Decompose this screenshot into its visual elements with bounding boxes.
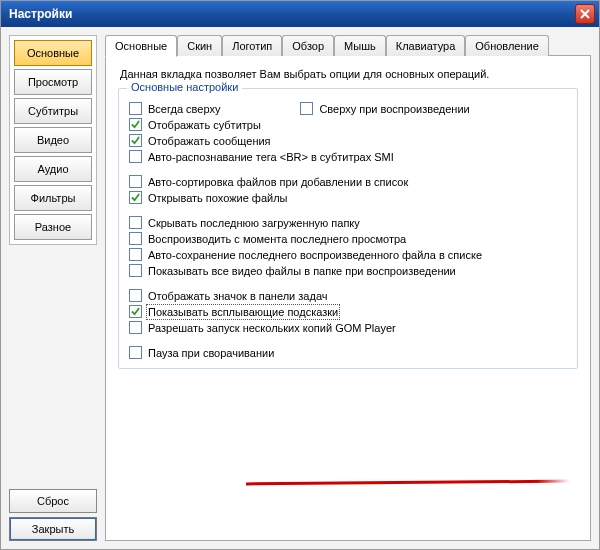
checkbox-label[interactable]: Отображать значок в панели задач <box>148 290 328 302</box>
tab-update[interactable]: Обновление <box>465 35 549 56</box>
checkbox-on-top-playing[interactable] <box>300 102 313 115</box>
sidebar-item-playback[interactable]: Просмотр <box>14 69 92 95</box>
checkbox-resume-playback[interactable] <box>129 232 142 245</box>
checkbox-label[interactable]: Авто-сортировка файлов при добавлении в … <box>148 176 408 188</box>
close-button[interactable] <box>575 4 595 24</box>
intro-text: Данная вкладка позволяет Вам выбрать опц… <box>120 68 578 80</box>
sidebar-panel: Основные Просмотр Субтитры Видео Аудио Ф… <box>9 35 97 245</box>
option-row: Авто-распознавание тега <BR> в субтитрах… <box>129 150 567 163</box>
window-title: Настройки <box>9 7 72 21</box>
checkbox-label[interactable]: Пауза при сворачивании <box>148 347 274 359</box>
checkbox-label[interactable]: Авто-распознавание тега <BR> в субтитрах… <box>148 151 394 163</box>
option-row: Отображать субтитры <box>129 118 567 131</box>
sidebar-item-label: Аудио <box>37 163 68 175</box>
tab-panel-general: Данная вкладка позволяет Вам выбрать опц… <box>105 55 591 541</box>
sidebar-item-audio[interactable]: Аудио <box>14 156 92 182</box>
checkbox-label[interactable]: Показывать всплывающие подсказки <box>148 306 338 318</box>
checkbox-label[interactable]: Воспроизводить с момента последнего прос… <box>148 233 406 245</box>
checkbox-label[interactable]: Показывать все видео файлы в папке при в… <box>148 265 456 277</box>
option-row: Разрешать запуск нескольких копий GOM Pl… <box>129 321 567 334</box>
option-row: Показывать всплывающие подсказки <box>129 305 567 318</box>
option-row: Показывать все видео файлы в папке при в… <box>129 264 567 277</box>
option-row: Отображать значок в панели задач <box>129 289 567 302</box>
group-title: Основные настройки <box>127 81 242 93</box>
tab-skin[interactable]: Скин <box>177 35 222 56</box>
checkbox-hide-last-folder[interactable] <box>129 216 142 229</box>
settings-window: Настройки Основные Просмотр Субтитры Вид… <box>0 0 600 550</box>
sidebar-item-filters[interactable]: Фильтры <box>14 185 92 211</box>
sidebar-item-label: Субтитры <box>28 105 78 117</box>
option-row: Всегда сверху Сверху при воспроизведении <box>129 102 567 115</box>
checkbox-show-messages[interactable] <box>129 134 142 147</box>
sidebar-item-subtitles[interactable]: Субтитры <box>14 98 92 124</box>
checkbox-label[interactable]: Открывать похожие файлы <box>148 192 288 204</box>
sidebar-item-label: Видео <box>37 134 69 146</box>
option-row: Авто-сохранение последнего воспроизведен… <box>129 248 567 261</box>
checkbox-label[interactable]: Сверху при воспроизведении <box>319 103 469 115</box>
checkbox-tooltips[interactable] <box>129 305 142 318</box>
close-icon <box>580 9 590 19</box>
sidebar-item-general[interactable]: Основные <box>14 40 92 66</box>
checkbox-show-subtitles[interactable] <box>129 118 142 131</box>
tab-general[interactable]: Основные <box>105 35 177 57</box>
checkbox-pause-on-minimize[interactable] <box>129 346 142 359</box>
tab-keyboard[interactable]: Клавиатура <box>386 35 466 56</box>
sidebar-item-video[interactable]: Видео <box>14 127 92 153</box>
sidebar-item-label: Просмотр <box>28 76 78 88</box>
checkbox-label[interactable]: Разрешать запуск нескольких копий GOM Pl… <box>148 322 396 334</box>
checkbox-open-similar[interactable] <box>129 191 142 204</box>
tab-logo[interactable]: Логотип <box>222 35 282 56</box>
spacer <box>129 166 567 172</box>
option-row: Авто-сортировка файлов при добавлении в … <box>129 175 567 188</box>
option-row: Отображать сообщения <box>129 134 567 147</box>
checkbox-auto-br-tag[interactable] <box>129 150 142 163</box>
sidebar-bottom: Сброс Закрыть <box>9 481 97 541</box>
main: Основные Скин Логотип Обзор Мышь Клавиат… <box>105 35 591 541</box>
option-row: Открывать похожие файлы <box>129 191 567 204</box>
close-settings-button[interactable]: Закрыть <box>9 517 97 541</box>
reset-button[interactable]: Сброс <box>9 489 97 513</box>
tabstrip: Основные Скин Логотип Обзор Мышь Клавиат… <box>105 35 591 56</box>
option-row: Пауза при сворачивании <box>129 346 567 359</box>
option-row: Скрывать последнюю загруженную папку <box>129 216 567 229</box>
spacer <box>129 207 567 213</box>
spacer <box>129 337 567 343</box>
checkbox-label[interactable]: Отображать субтитры <box>148 119 261 131</box>
sidebar: Основные Просмотр Субтитры Видео Аудио Ф… <box>9 35 97 541</box>
checkbox-multiple-instances[interactable] <box>129 321 142 334</box>
checkbox-label[interactable]: Скрывать последнюю загруженную папку <box>148 217 360 229</box>
titlebar: Настройки <box>1 1 599 27</box>
checkbox-always-on-top[interactable] <box>129 102 142 115</box>
option-row: Воспроизводить с момента последнего прос… <box>129 232 567 245</box>
sidebar-item-label: Фильтры <box>31 192 76 204</box>
sidebar-item-misc[interactable]: Разное <box>14 214 92 240</box>
checkbox-label[interactable]: Всегда сверху <box>148 103 220 115</box>
tab-mouse[interactable]: Мышь <box>334 35 386 56</box>
spacer <box>129 280 567 286</box>
checkbox-show-folder-videos[interactable] <box>129 264 142 277</box>
sidebar-item-label: Разное <box>35 221 71 233</box>
annotation-underline <box>246 480 570 486</box>
tab-overview[interactable]: Обзор <box>282 35 334 56</box>
checkbox-tray-icon[interactable] <box>129 289 142 302</box>
body-area: Основные Просмотр Субтитры Видео Аудио Ф… <box>1 27 599 549</box>
checkbox-auto-sort[interactable] <box>129 175 142 188</box>
checkbox-label[interactable]: Отображать сообщения <box>148 135 271 147</box>
sidebar-item-label: Основные <box>27 47 79 59</box>
checkbox-label[interactable]: Авто-сохранение последнего воспроизведен… <box>148 249 482 261</box>
group-general-settings: Основные настройки Всегда сверху Сверху … <box>118 88 578 369</box>
checkbox-autosave-last[interactable] <box>129 248 142 261</box>
